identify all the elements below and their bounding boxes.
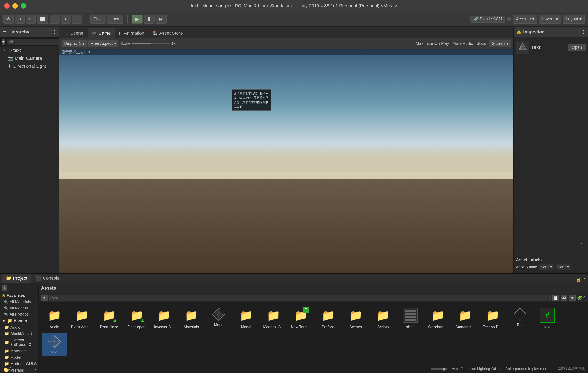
display-dropdown[interactable]: Display 1 ▾: [62, 40, 87, 47]
create-asset-btn[interactable]: +: [41, 295, 48, 301]
layers-btn[interactable]: Layers ▾: [539, 14, 561, 24]
tab-asset-store[interactable]: 🏪 Asset Store: [148, 28, 187, 38]
hierarchy-item-text[interactable]: ▼ ⬡ text: [0, 46, 59, 54]
sep: |: [500, 367, 501, 371]
maximize-label[interactable]: Maximize On Play: [416, 41, 449, 46]
assetbundle-dropdown[interactable]: None ▾: [539, 264, 554, 270]
game-dialog-box: 这场景实现了功能：粒子系统、物体旋转、手摇控制器功能、效果设置和程序控制组合的.…: [232, 89, 271, 111]
asset-audio[interactable]: 📁 Audio: [42, 306, 67, 331]
tab-game[interactable]: 🎮 Game: [88, 28, 115, 38]
proj-item-model[interactable]: 📁 Model: [0, 354, 38, 361]
gizmos-btn[interactable]: Gizmos ▾: [489, 40, 511, 47]
inspector-lock-icon[interactable]: 🔒: [516, 29, 522, 35]
scale-value: 1x: [171, 41, 176, 46]
custom-tool-btn[interactable]: ✦: [61, 14, 71, 24]
asset-door-open[interactable]: 📁 ▲ Door-open: [124, 306, 149, 331]
tab-scene[interactable]: ⬡ Scene: [61, 28, 88, 38]
hierarchy-add-btn[interactable]: +: [2, 39, 5, 45]
pause-button[interactable]: ⏸: [144, 14, 155, 24]
local-button[interactable]: Local: [107, 14, 123, 24]
proj-item-materials[interactable]: 📁 Materials: [0, 348, 38, 354]
hierarchy-item-main-camera[interactable]: 📷 Main Camera: [0, 54, 59, 62]
step-button[interactable]: ⏭: [156, 14, 167, 24]
extra-tool-btn[interactable]: ⚙: [72, 14, 82, 24]
gizmos-chevron: ▾: [506, 41, 509, 46]
skin-thumb: [402, 307, 419, 324]
hash-icon: #: [540, 308, 555, 322]
expand-arrow: ▼: [2, 49, 6, 52]
asset-invector[interactable]: 📁 Invector-3...: [151, 306, 176, 331]
asset-name: Scripts: [377, 325, 388, 329]
asset-model[interactable]: 📁 Model: [234, 306, 259, 331]
tab-animation[interactable]: ▷ Animation: [115, 28, 148, 38]
close-button[interactable]: [4, 3, 10, 9]
tab-project[interactable]: 📁 Project: [2, 274, 31, 283]
asset-blackmetal[interactable]: 📁 BlackMetal...: [69, 306, 94, 331]
plastic-scm-btn[interactable]: 🔗 Plastic SCM: [470, 16, 505, 23]
project-add-btn[interactable]: +: [2, 285, 8, 291]
proj-item-all-models[interactable]: 🔍 All Models: [0, 305, 38, 311]
animation-tab-icon: ▷: [119, 31, 122, 35]
asset-new-terrain[interactable]: 📁 T New Terra...: [288, 306, 313, 331]
scale-slider[interactable]: [132, 43, 169, 44]
rotate-tool-btn[interactable]: ↺: [26, 14, 36, 24]
asset-text-selected[interactable]: text: [42, 333, 67, 356]
asset-door-close[interactable]: 📁 ▲ Door-close: [97, 306, 122, 331]
asset-scripts[interactable]: 📁 Scripts: [371, 306, 395, 331]
play-button[interactable]: ▶: [132, 14, 143, 24]
proj-item-invector[interactable]: 📁 Invector-3rdPersonC: [0, 337, 38, 348]
proj-item-audio[interactable]: 📁 Audio: [0, 324, 38, 331]
asset-menu[interactable]: Menu: [206, 306, 231, 331]
asset-search-input[interactable]: [49, 295, 551, 301]
inspector-options-icon[interactable]: ⋮: [581, 29, 586, 35]
pivot-button[interactable]: Pivot: [90, 14, 106, 24]
star-icon: ★: [2, 293, 5, 298]
inspector-title: Inspector: [523, 29, 544, 35]
mute-label[interactable]: Mute Audio: [452, 41, 473, 46]
tab-console[interactable]: ⬛ Console: [31, 274, 64, 283]
asset-scenes[interactable]: 📁 Scenes: [343, 306, 368, 331]
maximize-button[interactable]: [21, 3, 26, 9]
canvas-info-text: 显示游戏主窗口▼: [62, 50, 91, 55]
proj-item-modern[interactable]: 📁 Modern_GULSkin: [0, 361, 38, 367]
right-toolbar: 🔗 Plastic SCM Account ▾ Layers ▾ Layout …: [470, 14, 585, 24]
search-icon: 🔍: [4, 306, 8, 310]
hierarchy-options-icon[interactable]: ⋮: [52, 29, 57, 35]
hierarchy-item-directional-light[interactable]: ☀ Directional Light: [0, 62, 59, 70]
minimize-button[interactable]: [12, 3, 18, 9]
stats-label[interactable]: Stats: [477, 41, 486, 46]
asset-standard2[interactable]: 📁 Standard ...: [453, 306, 478, 331]
asset-standard1[interactable]: 📁 Standard ...: [425, 306, 450, 331]
proj-item-all-materials[interactable]: 🔍 All Materials: [0, 299, 38, 305]
proj-item-blackmetal[interactable]: 📁 BlackMetal UI: [0, 331, 38, 337]
asset-prefabs[interactable]: 📁 Prefabs: [316, 306, 341, 331]
asset-modern-g[interactable]: 📁 Modern_G...: [261, 306, 286, 331]
light-icon: ☀: [8, 63, 12, 69]
lock-icon[interactable]: 🔒: [576, 277, 581, 282]
favorite-btn[interactable]: ★: [569, 295, 576, 301]
view-tool-btn[interactable]: 👁: [3, 14, 14, 24]
proj-item-all-prefabs[interactable]: 🔍 All Prefabs: [0, 311, 38, 317]
asset-techno-bl[interactable]: 📁 Techno Bl...: [480, 306, 505, 331]
asset-text-hash[interactable]: # text: [535, 306, 560, 331]
hierarchy-menu-icon[interactable]: ☰: [2, 29, 7, 35]
rect-tool-btn[interactable]: ▭: [50, 14, 60, 24]
asset-materials[interactable]: 📁 Materials: [179, 306, 204, 331]
hierarchy-search-input[interactable]: [7, 39, 63, 45]
zoom-slider[interactable]: [431, 368, 448, 370]
account-btn[interactable]: Account ▾: [513, 14, 537, 24]
search-by-label-btn[interactable]: 🏷: [561, 295, 567, 301]
aspect-dropdown[interactable]: Free Aspect ▾: [88, 40, 118, 47]
move-tool-btn[interactable]: ✥: [15, 14, 25, 24]
assetbundle-variant-dropdown[interactable]: None ▾: [556, 264, 571, 270]
assets-folder-icon: 📁: [7, 318, 12, 323]
main-panels: ☰ Hierarchy ⋮ + ▼ ⬡ text 📷 Main Camera ☀…: [0, 27, 588, 273]
open-button[interactable]: Open: [568, 44, 586, 51]
asset-test[interactable]: Test: [507, 306, 532, 331]
search-by-type-btn[interactable]: 📋: [552, 295, 559, 301]
assets-section: ▼ 📁 Assets: [0, 317, 38, 324]
bottom-options-icon[interactable]: ⋮: [583, 277, 586, 282]
layout-btn[interactable]: Layout ▾: [563, 14, 585, 24]
asset-skin1[interactable]: skin1: [398, 306, 423, 331]
scale-tool-btn[interactable]: ⬜: [37, 14, 48, 24]
